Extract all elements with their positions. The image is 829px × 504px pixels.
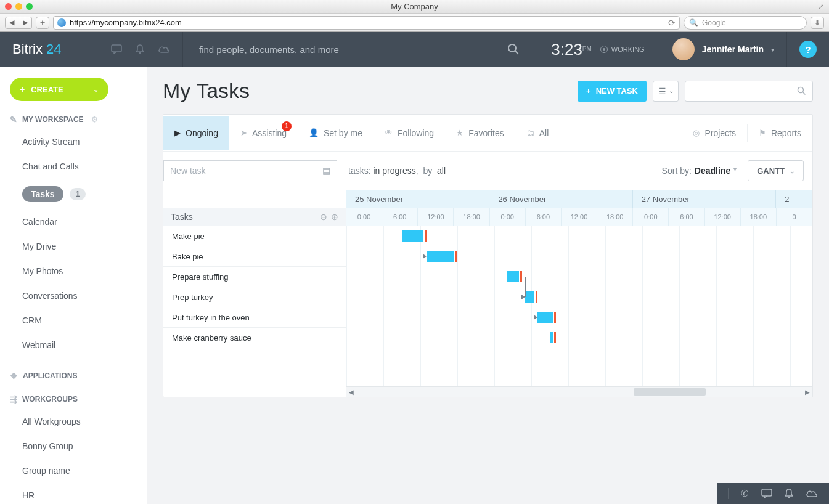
tab-all[interactable]: 🗂 All [515, 116, 560, 150]
gear-icon[interactable]: ⚙ [91, 115, 98, 124]
view-mode-button[interactable]: GANTT ⌄ [748, 160, 804, 181]
downloads-button[interactable]: ⬇ [811, 17, 824, 29]
applications-header[interactable]: ❖ APPLICATIONS [10, 371, 137, 381]
close-window-icon[interactable] [5, 3, 12, 10]
workgroups-header[interactable]: ⇶ WORKGROUPS [10, 394, 137, 404]
cloud-icon[interactable] [158, 45, 170, 54]
tab-ongoing[interactable]: ▶ Ongoing [163, 116, 229, 150]
reload-icon[interactable]: ⟳ [668, 18, 676, 28]
plus-icon: + [20, 84, 25, 94]
task-row[interactable]: Prepare stuffing [163, 267, 346, 287]
task-search[interactable] [685, 81, 813, 102]
task-row[interactable]: Put turkey in the oven [163, 307, 346, 328]
messages-icon[interactable] [111, 44, 122, 54]
task-row[interactable]: Make cranberry sauce [163, 328, 346, 348]
scrollbar-thumb[interactable] [634, 388, 706, 396]
day-header-cell: 26 November [489, 190, 632, 208]
mac-titlebar: My Company ⤢ [0, 0, 829, 14]
main-content: My Tasks + NEW TASK ☰ ⌄ [147, 67, 829, 504]
zoom-out-icon[interactable]: ⊖ [320, 212, 327, 222]
tab-reports[interactable]: ⚑ Reports [748, 116, 812, 150]
forward-button[interactable]: ▶ [18, 17, 32, 29]
svg-point-2 [508, 44, 516, 52]
create-button[interactable]: + CREATE ⌄ [10, 78, 108, 101]
gantt-bar[interactable] [427, 251, 454, 262]
sidebar-item-webmail[interactable]: Webmail [10, 333, 137, 357]
sidebar-item-bonny-group[interactable]: Bonny Group [10, 434, 137, 458]
phone-icon[interactable]: ✆ [741, 488, 749, 499]
browser-search[interactable]: 🔍 Google [684, 16, 807, 30]
sidebar-item-my-photos[interactable]: My Photos [10, 259, 137, 283]
user-menu[interactable]: Jennifer Martin ▾ [660, 32, 787, 67]
hour-cell: 12:00 [562, 208, 597, 226]
play-icon: ▶ [174, 128, 181, 137]
cloud-icon[interactable] [806, 489, 818, 498]
zoom-in-icon[interactable]: ⊕ [331, 212, 338, 222]
scroll-right-icon[interactable]: ▶ [805, 389, 810, 396]
gantt-bar[interactable] [402, 230, 423, 242]
task-row[interactable]: Bake pie [163, 246, 346, 267]
gantt-bar[interactable] [507, 271, 519, 282]
expand-icon[interactable]: ⤢ [818, 2, 824, 11]
url-bar[interactable]: https://mycompany.bitrix24.com ⟳ [53, 16, 680, 30]
add-bookmark-button[interactable]: + [36, 17, 49, 29]
sidebar-item-group-name[interactable]: Group name [10, 458, 137, 483]
apps-icon: ❖ [10, 371, 18, 381]
flag-icon: ⚑ [759, 128, 766, 137]
hour-cell: 12:00 [705, 208, 741, 226]
minimize-window-icon[interactable] [15, 3, 22, 10]
working-status[interactable]: WORKING [600, 46, 645, 53]
sort-by[interactable]: Sort by: Deadline ▾ [662, 166, 737, 176]
create-label: CREATE [31, 85, 63, 94]
sidebar-item-hr[interactable]: HR [10, 483, 137, 504]
clock-time: 3:23 [551, 40, 582, 59]
browser-toolbar: ◀ ▶ + https://mycompany.bitrix24.com ⟳ 🔍… [0, 14, 829, 32]
star-icon: ★ [456, 128, 464, 137]
tab-assisting[interactable]: ➤ Assisting 1 [229, 116, 298, 150]
gantt-bar[interactable] [525, 291, 534, 303]
sidebar-item-tasks[interactable]: Tasks1 [10, 179, 137, 209]
gantt-chart: Tasks ⊖ ⊕ Make pieBake piePrepare stuffi… [163, 190, 812, 397]
back-button[interactable]: ◀ [5, 17, 18, 29]
hour-cell: 18:00 [454, 208, 489, 226]
hour-cell: 0:00 [633, 208, 669, 226]
sidebar-item-crm[interactable]: CRM [10, 308, 137, 333]
tasks-filter[interactable]: tasks: in progress, by all [348, 166, 446, 176]
horizontal-scrollbar[interactable]: ◀ ▶ [346, 386, 812, 397]
bottom-dock: ✆ [717, 483, 829, 504]
chat-icon[interactable] [761, 489, 772, 498]
sidebar: + CREATE ⌄ ✎ MY WORKSPACE ⚙ Activity Str… [0, 67, 147, 504]
gantt-bar[interactable] [550, 332, 553, 343]
bell-icon[interactable] [785, 489, 793, 498]
window-title: My Company [391, 2, 438, 11]
sidebar-item-conversations[interactable]: Conversations [10, 283, 137, 308]
clock-area[interactable]: 3:23PM WORKING [536, 32, 660, 67]
list-options-button[interactable]: ☰ ⌄ [653, 81, 679, 102]
tab-following[interactable]: 👁 Following [374, 116, 445, 150]
task-row[interactable]: Prep turkey [163, 287, 346, 307]
browser-search-placeholder: Google [702, 18, 726, 27]
sidebar-item-activity-stream[interactable]: Activity Stream [10, 129, 137, 154]
search-engine-icon: 🔍 [689, 18, 698, 27]
new-task-button[interactable]: + NEW TASK [578, 81, 647, 102]
new-task-input[interactable]: New task ▤ [163, 160, 337, 181]
workspace-header[interactable]: ✎ MY WORKSPACE ⚙ [10, 115, 137, 124]
help-button[interactable]: ? [799, 41, 817, 58]
notifications-icon[interactable] [136, 44, 144, 54]
tab-projects[interactable]: ◎ Projects [682, 116, 747, 150]
sidebar-item-my-drive[interactable]: My Drive [10, 234, 137, 259]
form-icon[interactable]: ▤ [322, 166, 330, 176]
maximize-window-icon[interactable] [26, 3, 33, 10]
brand-logo[interactable]: Bitrix 24 [0, 41, 99, 57]
sidebar-item-all-workgroups[interactable]: All Workgroups [10, 409, 137, 434]
scroll-left-icon[interactable]: ◀ [349, 389, 354, 396]
sidebar-item-chat-and-calls[interactable]: Chat and Calls [10, 154, 137, 179]
task-row[interactable]: Make pie [163, 226, 346, 246]
hour-cell: 18:00 [741, 208, 777, 226]
sidebar-item-calendar[interactable]: Calendar [10, 209, 137, 234]
hour-cell: 12:00 [418, 208, 454, 226]
tab-favorites[interactable]: ★ Favorites [445, 116, 515, 150]
global-search[interactable]: find people, documents, and more [183, 32, 536, 67]
svg-line-3 [515, 51, 518, 54]
tab-setbyme[interactable]: 👤 Set by me [298, 116, 374, 150]
